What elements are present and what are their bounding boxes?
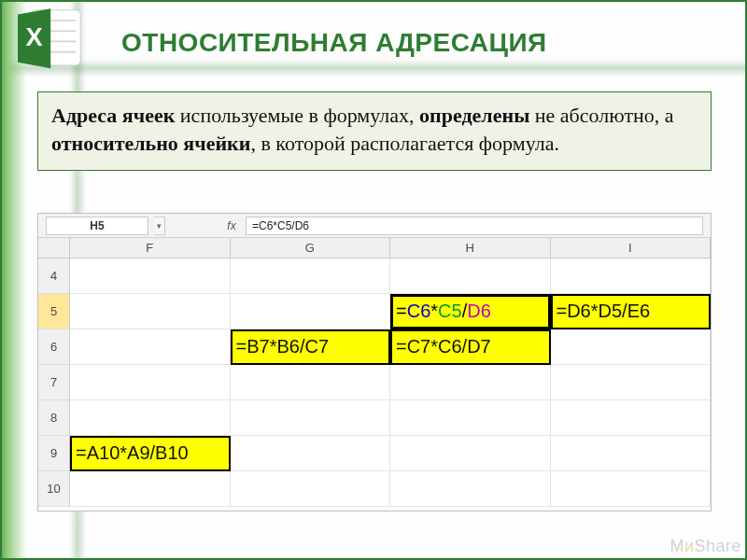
slide-title: ОТНОСИТЕЛЬНАЯ АДРЕСАЦИЯ	[121, 28, 547, 58]
formula-op: *	[430, 301, 438, 322]
cell-I5[interactable]: =D6*D5/E6	[551, 294, 712, 329]
col-header[interactable]: H	[390, 238, 551, 259]
formula-toolbar: H5 ▾ fx =C6*C5/D6	[38, 214, 711, 238]
def-bold-3: относительно ячейки	[51, 132, 250, 155]
excel-logo: X	[7, 6, 88, 73]
formula-bar[interactable]: =C6*C5/D6	[246, 217, 703, 235]
cell-G10[interactable]	[231, 471, 391, 507]
cell-I7[interactable]	[551, 365, 712, 400]
cell-H6[interactable]: =C7*C6/D7	[390, 329, 551, 365]
cell-G6[interactable]: =B7*B6/C7	[231, 329, 391, 365]
row-header[interactable]: 8	[38, 400, 70, 436]
cell-I4[interactable]	[551, 259, 712, 294]
cell-H7[interactable]	[390, 365, 551, 400]
spreadsheet-grid: F G H I 4 5 =C6*C5/D6 =D6*D5/E6	[38, 238, 711, 511]
cell-H5[interactable]: =C6*C5/D6	[390, 294, 551, 329]
cell-F7[interactable]	[70, 365, 231, 400]
cell-H4[interactable]	[390, 259, 551, 294]
row-header[interactable]: 6	[38, 329, 70, 365]
def-text-3: , в которой располагается формула.	[250, 132, 558, 155]
name-box[interactable]: H5	[46, 217, 148, 235]
definition-box: Адреса ячеек используемые в формулах, оп…	[37, 91, 712, 171]
row-header[interactable]: 9	[38, 436, 70, 471]
row-header[interactable]: 4	[38, 259, 70, 294]
col-header[interactable]: G	[231, 238, 391, 259]
cell-F6[interactable]	[70, 329, 231, 365]
cell-G4[interactable]	[231, 259, 391, 294]
def-bold-1: Адреса ячеек	[51, 104, 175, 127]
row-header[interactable]: 7	[38, 365, 70, 400]
cell-F8[interactable]	[70, 400, 231, 436]
cell-H9[interactable]	[390, 436, 551, 471]
def-text-1: используемые в формулах,	[175, 104, 419, 127]
cell-I8[interactable]	[551, 400, 712, 436]
select-all-corner[interactable]	[38, 238, 70, 259]
cell-F9[interactable]: =A10*A9/B10	[70, 436, 231, 471]
cell-F4[interactable]	[70, 259, 231, 294]
cell-G5[interactable]	[231, 294, 391, 329]
svg-text:X: X	[26, 22, 43, 51]
cell-G8[interactable]	[231, 400, 391, 436]
watermark: MиShare	[669, 537, 741, 556]
col-header[interactable]: F	[70, 238, 231, 259]
column-headers: F G H I	[38, 238, 711, 259]
cell-I6[interactable]	[551, 329, 712, 365]
cell-G7[interactable]	[231, 365, 391, 400]
formula-eq: =	[396, 301, 407, 322]
formula-ref: C6	[407, 301, 431, 322]
col-header[interactable]: I	[551, 238, 712, 259]
cell-F10[interactable]	[70, 471, 231, 507]
namebox-dropdown-icon[interactable]: ▾	[154, 217, 165, 235]
def-text-2: не абсолютно, а	[529, 104, 673, 127]
def-bold-2: определены	[419, 104, 529, 127]
excel-screenshot: H5 ▾ fx =C6*C5/D6 F G H I 4 5	[37, 213, 712, 511]
cell-F5[interactable]	[70, 294, 231, 329]
formula-ref: C5	[438, 301, 462, 322]
row-header[interactable]: 5	[38, 294, 70, 329]
cell-H10[interactable]	[390, 471, 551, 507]
cell-I9[interactable]	[551, 436, 712, 471]
formula-ref: D6	[467, 301, 491, 322]
cell-G9[interactable]	[231, 436, 391, 471]
cell-H8[interactable]	[390, 400, 551, 436]
row-header[interactable]: 10	[38, 471, 70, 507]
fx-icon[interactable]: fx	[223, 219, 240, 232]
cell-I10[interactable]	[551, 471, 712, 507]
